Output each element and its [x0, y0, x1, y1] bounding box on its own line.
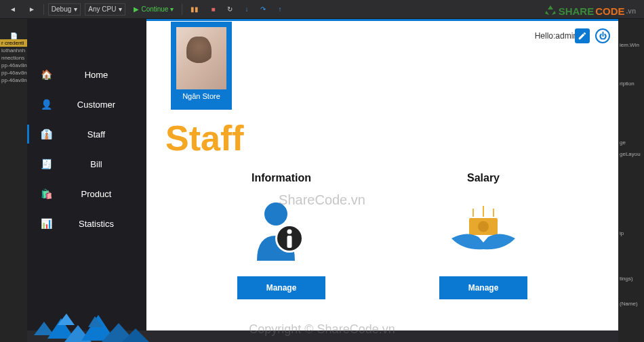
prop-item: geLayou	[618, 148, 644, 160]
properties-panel: iem.Win ription ge geLayou ip tings) (Na…	[618, 19, 644, 342]
sidebar-item-label: Bill	[73, 159, 146, 169]
store-name: Ngân Store	[171, 92, 232, 104]
card-title: Salary	[416, 172, 551, 184]
app-sidebar: 🏠 Home 👤 Customer 👔 Staff 🧾 Bill 🛍️ Prod…	[27, 19, 146, 330]
home-icon: 🏠	[39, 69, 53, 80]
salary-card: Salary Manage	[416, 172, 551, 299]
svg-rect-12	[287, 236, 292, 248]
tree-item[interactable]: r credenti	[0, 39, 27, 47]
nav-back-icon[interactable]: ◄	[5, 4, 20, 14]
tree-items: r credenti lothanhnh nnections pp-46av8n…	[0, 39, 27, 84]
prop-item: (Name)	[618, 298, 644, 309]
tree-item[interactable]: lothanhnh	[0, 47, 27, 54]
pencil-icon	[578, 31, 587, 41]
prop-item: ge	[618, 137, 644, 148]
tree-item[interactable]: nnections	[0, 54, 27, 62]
pause-icon[interactable]: ▮▮	[186, 4, 203, 14]
tree-item[interactable]: pp-46av8n	[0, 62, 27, 69]
sidebar-item-label: Product	[73, 189, 146, 199]
vs-toolbar: ◄ ► Debug ▾ Any CPU ▾ ▶ Continue ▾ ▮▮ ■ …	[0, 0, 644, 19]
sidebar-item-bill[interactable]: 🧾 Bill	[27, 149, 146, 179]
config-dropdown[interactable]: Debug ▾	[48, 3, 81, 16]
svg-marker-6	[58, 314, 75, 325]
manage-salary-button[interactable]: Manage	[439, 276, 527, 299]
restart-icon[interactable]: ↻	[223, 4, 237, 14]
step-out-icon[interactable]: ↑	[274, 4, 285, 14]
staff-icon: 👔	[39, 129, 53, 140]
sidebar-item-label: Staff	[73, 129, 146, 140]
prop-item: ription	[618, 78, 644, 89]
chevron-down-icon: ▾	[119, 5, 122, 13]
decorative-triangles	[27, 295, 149, 342]
svg-point-8	[264, 202, 287, 226]
prop-item: iem.Win	[618, 39, 644, 51]
tree-item[interactable]: pp-46av8n	[0, 69, 27, 77]
bill-icon: 🧾	[39, 158, 53, 169]
sidebar-item-staff[interactable]: 👔 Staff	[27, 119, 146, 149]
step-over-icon[interactable]: ↷	[256, 4, 270, 14]
svg-point-11	[287, 230, 292, 234]
salary-icon	[416, 196, 551, 264]
sidebar-item-customer[interactable]: 👤 Customer	[27, 89, 146, 119]
tree-item[interactable]: pp-46av8n	[0, 77, 27, 84]
main-content: Ngân Store Hello:admin ⏻ Staff Informati…	[146, 19, 618, 330]
power-button[interactable]: ⏻	[595, 28, 610, 43]
prop-item: tings)	[618, 273, 644, 284]
manage-information-button[interactable]: Manage	[237, 276, 325, 299]
profile-box: Ngân Store	[171, 22, 232, 110]
nav-fwd-icon[interactable]: ►	[24, 4, 39, 14]
prop-item: ip	[618, 228, 644, 239]
chevron-down-icon: ▾	[74, 5, 77, 13]
sidebar-item-label: Customer	[73, 100, 146, 110]
user-icon: 👤	[39, 99, 53, 110]
edit-button[interactable]	[575, 28, 590, 43]
stop-icon[interactable]: ■	[207, 4, 219, 14]
platform-dropdown[interactable]: Any CPU ▾	[85, 3, 125, 16]
information-card: Information Manage	[214, 172, 349, 299]
card-title: Information	[214, 172, 349, 184]
stats-icon: 📊	[39, 218, 53, 229]
file-icon[interactable]: 📄	[0, 33, 27, 39]
hello-label: Hello:admin	[535, 31, 578, 41]
sidebar-item-statistics[interactable]: 📊 Statistics	[27, 209, 146, 238]
page-title: Staff	[165, 118, 244, 158]
continue-button[interactable]: ▶ Continue ▾	[129, 4, 178, 14]
svg-point-17	[478, 221, 489, 232]
sidebar-item-home[interactable]: 🏠 Home	[27, 60, 146, 89]
product-icon: 🛍️	[39, 188, 53, 199]
step-into-icon[interactable]: ↓	[241, 4, 252, 14]
avatar	[176, 27, 226, 89]
sidebar-item-label: Home	[73, 70, 146, 80]
sidebar-item-product[interactable]: 🛍️ Product	[27, 179, 146, 209]
person-info-icon	[214, 196, 349, 264]
sidebar-item-label: Statistics	[73, 219, 146, 229]
